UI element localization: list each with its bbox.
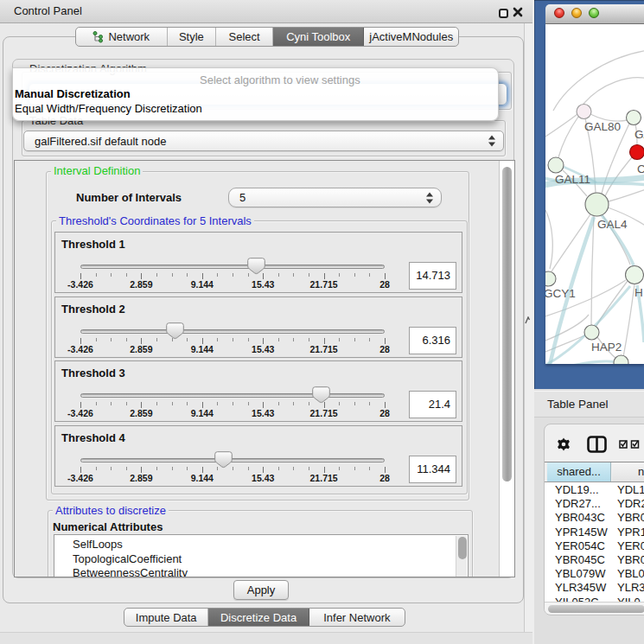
attribute-item[interactable]: SelfLoops: [73, 538, 123, 551]
tab-style[interactable]: Style: [168, 28, 217, 46]
dropdown-item-1[interactable]: Manual Discretization: [15, 87, 131, 100]
slider-minor-tick: [233, 467, 233, 470]
slider-minor-tick: [248, 402, 249, 405]
table-hscrollbar[interactable]: [545, 602, 644, 614]
slider-major-tick: [141, 402, 142, 408]
divider-grip-icon[interactable]: [525, 316, 531, 324]
attribute-item[interactable]: TopologicalCoefficient: [73, 552, 182, 565]
slider-minor-tick: [339, 338, 340, 341]
table-row[interactable]: YLR345WYLR3: [545, 580, 644, 595]
tab-discretize-data[interactable]: Discretize Data: [208, 609, 309, 626]
table-hscrollbar-thumb[interactable]: [548, 605, 644, 613]
tab-impute-data[interactable]: Impute Data: [124, 609, 208, 626]
slider-tick-label: 9.144: [181, 473, 224, 483]
network-window-titlebar[interactable]: [545, 4, 644, 24]
float-window-icon[interactable]: [499, 9, 508, 18]
table-cell-name: YBR0: [617, 511, 644, 524]
window-footer: [0, 632, 532, 644]
dropdown-item-0[interactable]: Select algorithm to view settings: [200, 73, 360, 86]
slider-minor-tick: [248, 338, 249, 341]
slider-major-tick: [80, 273, 81, 279]
table-header-shared-name[interactable]: shared...: [547, 462, 611, 481]
slider-tick-label: 2.859: [119, 408, 163, 418]
attributes-list-scrollbar[interactable]: [456, 536, 467, 577]
slider-tick-label: 21.715: [303, 473, 346, 483]
tab-network[interactable]: Network: [76, 28, 168, 46]
slider-tick-label: 28: [363, 279, 406, 290]
slider-thumb[interactable]: [166, 322, 184, 340]
network-edge[interactable]: [558, 117, 578, 157]
network-node[interactable]: [577, 105, 591, 119]
settings-scrollbar-thumb[interactable]: [502, 167, 512, 481]
table-row[interactable]: YIL052CYIL0: [545, 595, 644, 602]
table-row[interactable]: YER054CYER0: [545, 539, 644, 553]
network-edge[interactable]: [591, 216, 594, 325]
table-header-name[interactable]: n...: [612, 462, 644, 481]
network-edge[interactable]: [553, 50, 644, 111]
threshold-value-field[interactable]: 6.316: [409, 327, 456, 354]
tab-jactivemnodules[interactable]: jActiveMNodules: [364, 28, 458, 46]
table-row[interactable]: YBR045CYBR0: [545, 552, 644, 567]
select-columns-icon[interactable]: [619, 440, 640, 449]
slider-minor-tick: [369, 338, 370, 341]
slider-track[interactable]: [80, 458, 385, 462]
network-edge[interactable]: [623, 284, 634, 357]
zoom-traffic-light-icon[interactable]: [589, 8, 599, 18]
table-row[interactable]: YBR043CYBR0: [545, 510, 644, 525]
close-icon[interactable]: [513, 7, 523, 17]
slider-minor-tick: [156, 467, 157, 470]
table-row[interactable]: YDR27...YDR2: [545, 496, 644, 511]
network-view-canvas[interactable]: GAL80GACGAL11GAL4GCY1HHAP2: [545, 24, 644, 364]
dropdown-item-2[interactable]: Equal Width/Frequency Discretization: [15, 102, 202, 115]
threshold-value-field[interactable]: 21.4: [409, 391, 456, 418]
network-node-selected[interactable]: [630, 145, 644, 160]
network-node[interactable]: [545, 271, 556, 286]
network-node[interactable]: [614, 355, 628, 364]
attributes-scrollbar-thumb[interactable]: [458, 537, 467, 559]
slider-major-tick: [202, 402, 203, 408]
threshold-name: Threshold 2: [61, 303, 125, 316]
network-node[interactable]: [627, 111, 641, 125]
settings-scrollbar[interactable]: [499, 161, 515, 577]
slider-minor-tick: [217, 402, 218, 405]
minimize-traffic-light-icon[interactable]: [571, 8, 582, 18]
slider-tick-label: 28: [363, 408, 406, 418]
slider-minor-tick: [233, 402, 233, 405]
close-traffic-light-icon[interactable]: [554, 8, 564, 18]
attribute-item[interactable]: BetweennessCentrality: [73, 566, 188, 577]
slider-major-tick: [263, 338, 264, 344]
network-edge[interactable]: [583, 78, 644, 104]
slider-track[interactable]: [80, 329, 385, 334]
slider-major-tick: [385, 273, 386, 279]
slider-thumb[interactable]: [247, 258, 265, 275]
tab-label: Network: [108, 30, 150, 43]
table-row[interactable]: YDL19...YDL1: [545, 482, 644, 497]
network-edge[interactable]: [545, 210, 552, 269]
threshold-value-field[interactable]: 11.344: [409, 456, 456, 483]
slider-thumb[interactable]: [214, 451, 233, 469]
table-row[interactable]: YBL079WYBL0: [545, 566, 644, 581]
tab-cyni-toolbox[interactable]: Cyni Toolbox: [273, 28, 365, 46]
slider-track[interactable]: [80, 393, 385, 398]
threshold-value-field[interactable]: 14.713: [409, 262, 456, 290]
slider-major-tick: [80, 402, 81, 408]
gear-icon[interactable]: [557, 437, 571, 451]
slider-major-tick: [385, 467, 386, 473]
network-node[interactable]: [585, 193, 609, 216]
slider-thumb[interactable]: [312, 386, 330, 404]
network-edge[interactable]: [609, 188, 644, 201]
numerical-attributes-list[interactable]: SelfLoopsTopologicalCoefficientBetweenne…: [54, 534, 469, 577]
table-data-combobox[interactable]: galFiltered.sif default node: [23, 131, 504, 151]
slider-track[interactable]: [80, 265, 385, 269]
slider-minor-tick: [278, 402, 279, 405]
apply-button[interactable]: Apply: [233, 580, 289, 600]
tab-infer-network[interactable]: Infer Network: [309, 609, 405, 626]
table-row[interactable]: YPR145WYPR1: [545, 525, 644, 539]
slider-tick-label: -3.426: [59, 473, 102, 483]
tab-select[interactable]: Select: [216, 28, 273, 46]
number-of-intervals-combobox[interactable]: 5: [228, 188, 442, 207]
network-node[interactable]: [548, 157, 564, 173]
network-node[interactable]: [626, 266, 644, 284]
network-node[interactable]: [584, 325, 599, 340]
split-columns-icon[interactable]: [587, 436, 607, 453]
